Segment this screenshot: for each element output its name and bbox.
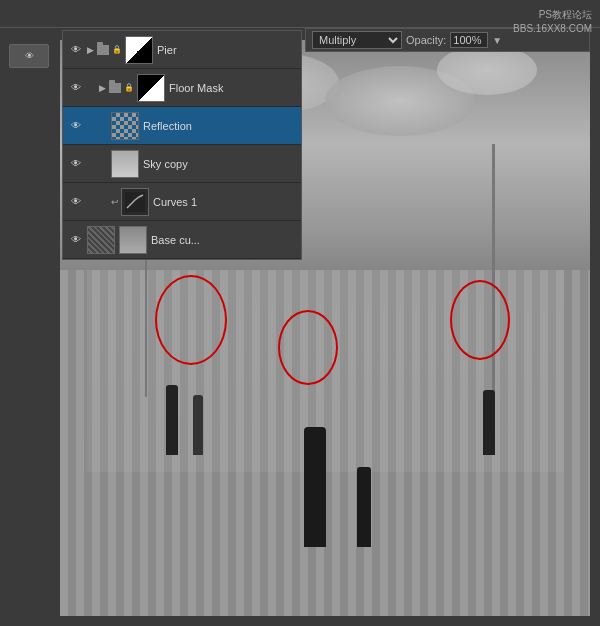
arrow-floor-mask: ▶ bbox=[99, 83, 106, 93]
layer-row-reflection[interactable]: Reflection bbox=[63, 107, 301, 145]
tools-column: 👁 bbox=[0, 40, 58, 616]
layer-row-floor-mask[interactable]: ▶ 🔒 Floor Mask bbox=[63, 69, 301, 107]
folder-icon-floor-mask bbox=[109, 83, 121, 93]
eye-icon: 👁 bbox=[25, 51, 34, 61]
layers-panel: ▶ 🔒 Pier ▶ 🔒 Floor Mask Reflection bbox=[62, 30, 302, 260]
layer-name-reflection: Reflection bbox=[143, 120, 297, 132]
layer-visibility-pier[interactable] bbox=[67, 42, 85, 58]
curves-svg bbox=[125, 192, 145, 212]
layer-name-pier: Pier bbox=[157, 44, 297, 56]
layer-thumb-sky-copy bbox=[111, 150, 139, 178]
layer-row-pier[interactable]: ▶ 🔒 Pier bbox=[63, 31, 301, 69]
layer-thumb-base-cu-2 bbox=[119, 226, 147, 254]
top-bar bbox=[0, 0, 600, 28]
watermark-line1: PS教程论坛 bbox=[513, 8, 592, 22]
layer-name-curves1: Curves 1 bbox=[153, 196, 297, 208]
person-left1 bbox=[166, 385, 178, 455]
curves-link-icon: ↩ bbox=[111, 197, 119, 207]
layer-visibility-floor-mask[interactable] bbox=[67, 80, 85, 96]
opacity-label: Opacity: bbox=[406, 34, 446, 46]
person-left2 bbox=[193, 395, 203, 455]
layer-name-sky-copy: Sky copy bbox=[143, 158, 297, 170]
layer-visibility-sky-copy[interactable] bbox=[67, 156, 85, 172]
watermark-line2: BBS.16XX8.COM bbox=[513, 22, 592, 36]
arrow-pier: ▶ bbox=[87, 45, 94, 55]
person-right1 bbox=[483, 390, 495, 455]
lock-icon-floor-mask: 🔒 bbox=[124, 83, 134, 92]
cloud-3 bbox=[437, 45, 537, 95]
layer-name-floor-mask: Floor Mask bbox=[169, 82, 297, 94]
opacity-dropdown-icon[interactable]: ▼ bbox=[492, 35, 502, 46]
layer-name-base-cu: Base cu... bbox=[151, 234, 297, 246]
opacity-input[interactable] bbox=[450, 32, 488, 48]
layer-thumb-base-cu-1 bbox=[87, 226, 115, 254]
person-main bbox=[304, 427, 326, 547]
person-child bbox=[357, 467, 371, 547]
layer-row-curves1[interactable]: ↩ Curves 1 bbox=[63, 183, 301, 221]
layer-thumb-floor-mask bbox=[137, 74, 165, 102]
curves-thumb bbox=[121, 188, 149, 216]
layer-visibility-curves1[interactable] bbox=[67, 194, 85, 210]
layer-visibility-base-cu[interactable] bbox=[67, 232, 85, 248]
blend-mode-select[interactable]: Multiply Normal Screen bbox=[312, 31, 402, 49]
tool-eye[interactable]: 👁 bbox=[9, 44, 49, 68]
layer-row-sky-copy[interactable]: Sky copy bbox=[63, 145, 301, 183]
layer-thumb-pier bbox=[125, 36, 153, 64]
layer-row-base-cu[interactable]: Base cu... bbox=[63, 221, 301, 259]
layer-thumb-reflection bbox=[111, 112, 139, 140]
lamp-right bbox=[492, 144, 495, 420]
lock-icon-pier: 🔒 bbox=[112, 45, 122, 54]
folder-icon-pier bbox=[97, 45, 109, 55]
watermark: PS教程论坛 BBS.16XX8.COM bbox=[513, 8, 592, 36]
layer-visibility-reflection[interactable] bbox=[67, 118, 85, 134]
